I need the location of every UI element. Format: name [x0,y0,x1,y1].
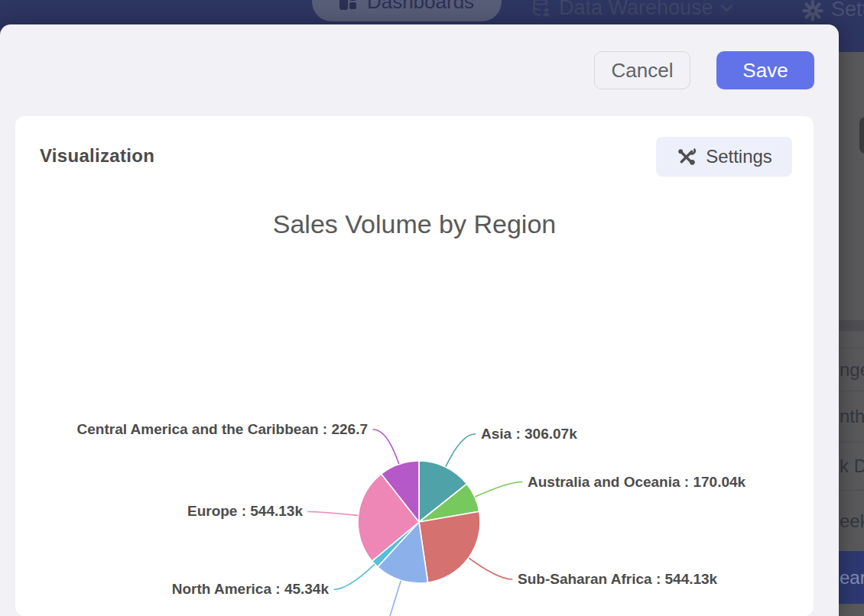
occluded-menu-item[interactable]: nth [839,391,864,442]
occluded-divider [839,320,864,331]
topbar-settings-item[interactable] [801,0,824,25]
settings-button-label: Settings [706,146,772,167]
tab-dashboards[interactable]: Dashboards [312,0,502,21]
occluded-menu-item[interactable]: ear [839,551,864,604]
settings-button[interactable]: Settings [656,137,792,177]
save-button[interactable]: Save [716,51,814,89]
chevron-down-icon [720,4,733,12]
occluded-menu-item[interactable]: eek [839,490,864,551]
dashboard-grid-icon [339,0,359,10]
chart-title: Sales Volume by Region [15,209,814,239]
card-title: Visualization [40,145,154,167]
occluded-button[interactable] [859,117,864,154]
tab-dashboards-label: Dashboards [367,0,474,14]
gear-icon [801,0,824,22]
tab-data-warehouse-label: Data Warehouse [559,0,713,20]
occluded-menu-item[interactable]: k D [839,442,864,490]
cancel-button[interactable]: Cancel [594,51,690,89]
database-icon [531,0,552,18]
tab-data-warehouse[interactable]: Data Warehouse [531,0,733,21]
topbar-settings-label: Settings [831,0,864,21]
occluded-menu-item[interactable]: nge [839,348,864,391]
wrench-screwdriver-icon [676,147,697,167]
